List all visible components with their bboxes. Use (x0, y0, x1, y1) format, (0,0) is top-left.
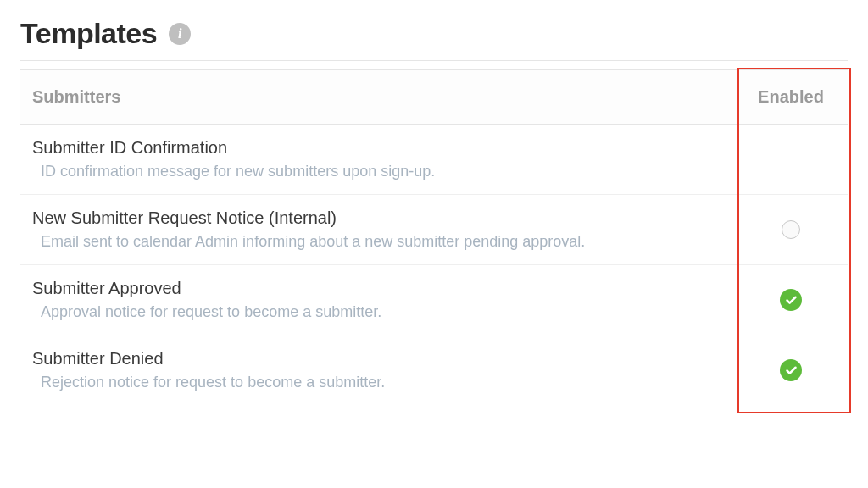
column-header-submitters: Submitters (32, 87, 120, 107)
table-header: Submitters Enabled (20, 69, 848, 125)
template-title: New Submitter Request Notice (Internal) (32, 208, 744, 228)
enabled-cell (744, 359, 837, 381)
row-content: New Submitter Request Notice (Internal) … (32, 208, 744, 251)
template-description: Rejection notice for request to become a… (32, 374, 744, 391)
info-icon[interactable]: i (169, 23, 191, 45)
template-title: Submitter Approved (32, 279, 744, 298)
table-row[interactable]: New Submitter Request Notice (Internal) … (20, 195, 848, 265)
row-content: Submitter ID Confirmation ID confirmatio… (32, 138, 744, 180)
template-description: Approval notice for request to become a … (32, 303, 744, 321)
row-content: Submitter Approved Approval notice for r… (32, 279, 744, 321)
table-row[interactable]: Submitter Approved Approval notice for r… (20, 265, 848, 336)
unchecked-icon[interactable] (782, 220, 800, 239)
table-row[interactable]: Submitter Denied Rejection notice for re… (20, 336, 848, 405)
checked-icon[interactable] (780, 359, 802, 381)
checked-icon[interactable] (780, 289, 802, 311)
enabled-cell (744, 289, 837, 311)
template-description: Email sent to calendar Admin informing a… (32, 233, 744, 251)
column-header-enabled: Enabled (744, 87, 837, 107)
page-header: Templates i (20, 17, 848, 61)
row-content: Submitter Denied Rejection notice for re… (32, 349, 744, 391)
enabled-cell (744, 220, 837, 239)
templates-table: Submitters Enabled Submitter ID Confirma… (20, 69, 848, 405)
template-title: Submitter ID Confirmation (32, 138, 744, 158)
table-row[interactable]: Submitter ID Confirmation ID confirmatio… (20, 125, 848, 195)
template-description: ID confirmation message for new submitte… (32, 163, 744, 180)
page-title: Templates (20, 17, 157, 50)
template-title: Submitter Denied (32, 349, 744, 369)
